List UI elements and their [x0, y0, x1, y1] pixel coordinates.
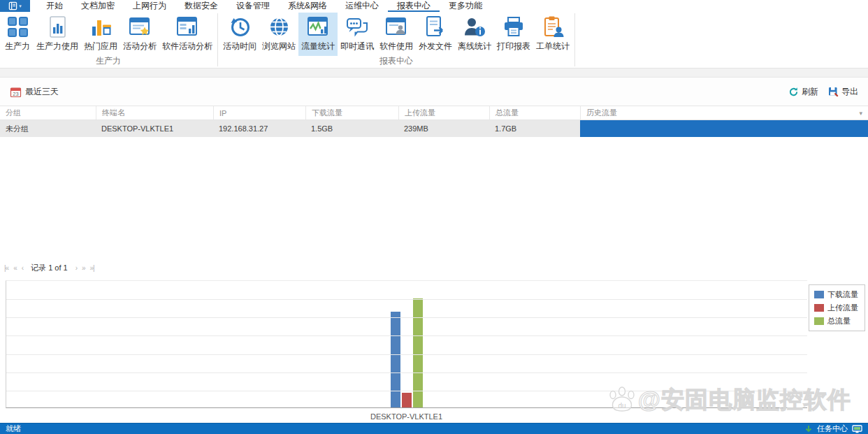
export-button[interactable]: 导出	[828, 86, 858, 98]
ribbon-item-label: 打印报表	[497, 41, 530, 52]
pagination-next-button[interactable]: ›	[75, 264, 77, 272]
column-header-label: 历史流量	[586, 108, 617, 118]
menu-tab-6[interactable]: 系统&网络	[279, 0, 336, 12]
refresh-label: 刷新	[802, 86, 818, 98]
column-header-2[interactable]: 终端名	[96, 106, 213, 120]
ribbon-item-window-user[interactable]: 软件使用	[377, 13, 416, 56]
ribbon-item-document-chart[interactable]: 生产力使用	[34, 13, 81, 56]
table-row[interactable]: 未分组DESKTOP-VLKTLE1192.168.31.271.5GB239M…	[0, 120, 868, 137]
ribbon-item-label: 工单统计	[536, 41, 570, 52]
chart-gridline	[6, 391, 807, 391]
column-header-1[interactable]: 分组	[0, 106, 96, 120]
pagination-last-button[interactable]: »|	[90, 264, 94, 272]
menu-tab-9[interactable]: 更多功能	[440, 0, 491, 12]
ribbon-item-clock-history[interactable]: 活动时间	[220, 13, 259, 56]
column-header-label: 总流量	[496, 108, 519, 118]
chart-gridline	[6, 317, 807, 318]
menu-tab-3[interactable]: 上网行为	[124, 0, 175, 12]
pagination-next-fast-button[interactable]: »	[82, 264, 85, 272]
document-chart-icon	[46, 14, 69, 39]
pagination-bar: |««‹记录 1 of 1›»»|	[0, 261, 868, 274]
ribbon-item-label: 外发文件	[419, 41, 452, 52]
software-activity-icon	[175, 14, 199, 39]
app-menu-button[interactable]: ▾	[0, 0, 30, 12]
ribbon-group-label: 报表中心	[219, 56, 574, 68]
refresh-button[interactable]: 刷新	[788, 86, 818, 98]
row-cell-5: 239MB	[398, 120, 489, 137]
app-window-icon	[8, 1, 17, 10]
chart-bar-下载流量	[391, 312, 400, 407]
pagination-prev-button[interactable]: ‹	[22, 264, 23, 272]
column-header-4[interactable]: 下载流量	[305, 106, 398, 120]
menu-tab-1[interactable]: 开始	[37, 0, 72, 12]
ribbon-item-label: 流量统计	[301, 41, 335, 52]
calendar-icon: 23	[10, 86, 22, 98]
user-info-icon	[463, 14, 486, 39]
chart-gridline	[6, 354, 807, 355]
export-save-icon	[828, 87, 839, 97]
ribbon-item-label: 软件活动分析	[162, 41, 212, 52]
menu-tab-5[interactable]: 设备管理	[227, 0, 279, 12]
row-cell-4: 1.5GB	[305, 120, 398, 137]
clipboard-user-icon	[541, 14, 565, 39]
ribbon-item-label: 软件使用	[379, 41, 413, 52]
menu-tab-2[interactable]: 文档加密	[72, 0, 124, 12]
ribbon-item-file-send[interactable]: 外发文件	[416, 13, 455, 56]
ribbon-group-separator	[217, 13, 218, 66]
task-center-button[interactable]: 任务中心	[804, 424, 862, 434]
column-header-3[interactable]: IP	[213, 106, 305, 120]
ribbon-group-label: 生产力	[0, 56, 217, 68]
ribbon-item-globe[interactable]: 浏览网站	[259, 13, 298, 56]
legend-swatch-icon	[814, 291, 824, 298]
monitor-icon[interactable]	[852, 425, 862, 433]
ribbon-item-activity-analysis[interactable]: 活动分析	[120, 13, 159, 56]
menu-tab-4[interactable]: 数据安全	[175, 0, 227, 12]
ribbon-group-items: 活动时间浏览网站流量统计即时通讯软件使用外发文件离线统计打印报表工单统计	[219, 12, 574, 56]
grid-icon	[6, 14, 29, 39]
traffic-bar-chart: DESKTOP-VLKTLE1 下载流量上传流量总流量 du @安固电脑监控软件	[0, 278, 868, 423]
svg-text:23: 23	[13, 90, 18, 96]
traffic-stats-icon	[306, 14, 330, 39]
row-cell-history	[580, 120, 868, 137]
ribbon-group-2: 活动时间浏览网站流量统计即时通讯软件使用外发文件离线统计打印报表工单统计报表中心	[219, 12, 574, 68]
ribbon-toolbar: 生产力生产力使用热门应用活动分析软件活动分析生产力活动时间浏览网站流量统计即时通…	[0, 12, 868, 68]
ribbon-group-items: 生产力生产力使用热门应用活动分析软件活动分析	[0, 12, 217, 56]
column-header-5[interactable]: 上传流量	[398, 106, 489, 120]
column-header-label: 终端名	[102, 108, 125, 118]
column-header-6[interactable]: 总流量	[489, 106, 580, 120]
menu-tab-7[interactable]: 运维中心	[336, 0, 388, 12]
menu-tab-8[interactable]: 报表中心	[388, 0, 440, 12]
row-cell-3: 192.168.31.27	[213, 120, 305, 137]
chart-gridline	[6, 335, 807, 336]
legend-item-2: 上传流量	[814, 303, 858, 313]
status-bar: 就绪 任务中心	[0, 423, 868, 434]
pagination-prev-fast-button[interactable]: «	[13, 264, 17, 272]
pagination-first-button[interactable]: |«	[4, 264, 8, 272]
legend-label: 总流量	[827, 316, 851, 326]
ribbon-item-traffic-stats[interactable]: 流量统计	[298, 13, 338, 56]
legend-label: 上传流量	[827, 303, 858, 313]
ribbon-item-user-info[interactable]: 离线统计	[455, 13, 494, 56]
window-user-icon	[384, 14, 408, 39]
ribbon-item-printer[interactable]: 打印报表	[494, 13, 533, 56]
ribbon-item-chat[interactable]: 即时通讯	[338, 13, 377, 56]
column-header-7[interactable]: 历史流量▾	[580, 106, 868, 120]
ribbon-item-grid[interactable]: 生产力	[1, 13, 34, 56]
task-center-label: 任务中心	[817, 424, 848, 434]
printer-icon	[502, 14, 526, 39]
ribbon-item-label: 即时通讯	[340, 41, 374, 52]
ribbon-item-software-activity[interactable]: 软件活动分析	[159, 13, 215, 56]
ribbon-item-label: 热门应用	[84, 41, 117, 52]
row-cell-2: DESKTOP-VLKTLE1	[96, 120, 213, 137]
ribbon-item-label: 活动时间	[223, 41, 256, 52]
column-header-label: 下载流量	[312, 108, 342, 118]
ribbon-item-label: 浏览网站	[262, 41, 296, 52]
ribbon-item-hot-apps[interactable]: 热门应用	[81, 13, 120, 56]
legend-item-1: 下载流量	[814, 289, 858, 300]
date-range-filter[interactable]: 23 最近三天	[10, 86, 59, 98]
ribbon-item-label: 生产力使用	[36, 41, 78, 52]
ribbon-item-clipboard-user[interactable]: 工单统计	[533, 13, 572, 56]
column-dropdown-icon[interactable]: ▾	[859, 110, 862, 117]
chat-icon	[345, 14, 369, 39]
row-cell-6: 1.7GB	[489, 120, 580, 137]
